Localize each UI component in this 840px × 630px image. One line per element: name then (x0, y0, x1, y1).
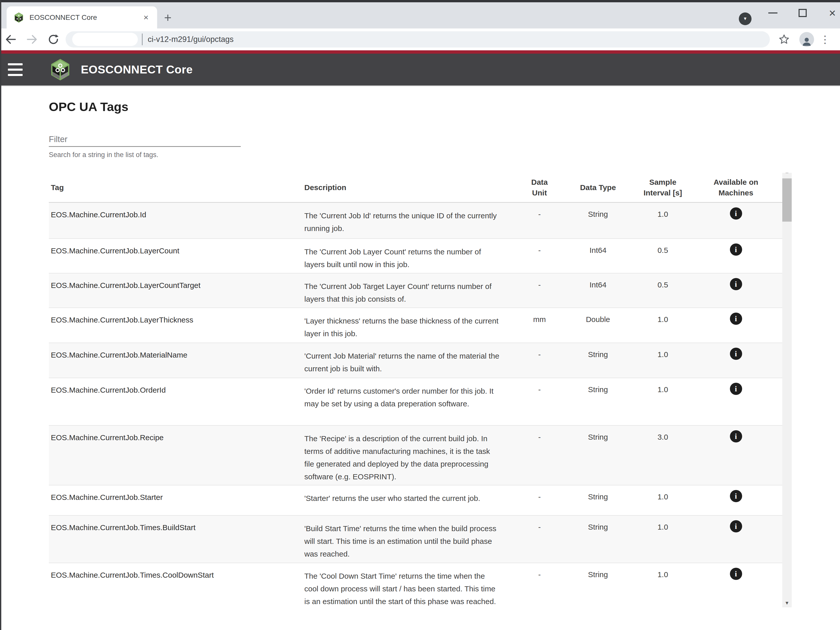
data-type-cell: String (560, 343, 636, 378)
sample-interval-cell: 1.0 (636, 343, 690, 378)
data-type-cell: Double (560, 308, 636, 343)
back-button[interactable] (0, 30, 21, 48)
bookmark-star-button[interactable] (774, 30, 795, 48)
filter-input[interactable] (49, 132, 241, 147)
available-on-machines-cell: i (690, 516, 782, 563)
hamburger-menu-button[interactable] (0, 54, 30, 85)
window-left-border (0, 0, 1, 630)
window-close-button[interactable]: × (821, 6, 840, 20)
tab-search-icon[interactable]: ▼ (739, 13, 752, 25)
tab-strip: EOSCONNECT Core × + ▼ × (0, 2, 840, 28)
profile-avatar[interactable] (799, 32, 814, 47)
opc-tags-table: TagDescriptionData UnitData TypeSample I… (49, 173, 792, 614)
window-top-edge (0, 0, 840, 2)
info-icon[interactable]: i (730, 348, 742, 360)
forward-button[interactable] (21, 30, 43, 48)
tag-cell: EOS.Machine.CurrentJob.Times.BuildStart (49, 516, 304, 563)
url-text: ci-v12-m291/gui/opctags (148, 35, 234, 44)
data-unit-cell: - (519, 563, 560, 613)
info-icon[interactable]: i (730, 520, 742, 532)
table-row: EOS.Machine.CurrentJob.Times.BuildStart'… (49, 515, 792, 563)
table-row: EOS.Machine.CurrentJob.LayerCountTargetT… (49, 273, 792, 307)
tag-cell: EOS.Machine.CurrentJob.Starter (49, 485, 304, 515)
data-type-cell: String (560, 203, 636, 238)
eos-favicon-icon (14, 12, 24, 23)
accent-red-line (0, 50, 840, 54)
description-cell: The 'Current Job Layer Count' returns th… (304, 239, 519, 273)
filter-group: Search for a string in the list of tags. (49, 132, 241, 159)
column-header-available: Available on Machines (690, 177, 782, 198)
star-icon (778, 34, 789, 45)
info-icon[interactable]: i (730, 313, 742, 325)
toolbar-right: ⋮ (774, 30, 831, 48)
data-unit-cell: - (519, 378, 560, 425)
available-on-machines-cell: i (690, 563, 782, 613)
data-type-cell: Int64 (560, 239, 636, 273)
sample-interval-cell: 0.5 (636, 239, 690, 273)
person-icon (801, 36, 812, 47)
scrollbar-thumb[interactable] (782, 178, 792, 222)
new-tab-button[interactable]: + (159, 9, 176, 26)
page-title: OPC UA Tags (49, 99, 128, 114)
tag-cell: EOS.Machine.CurrentJob.Recipe (49, 426, 304, 485)
column-header-description: Description (304, 182, 519, 193)
info-icon[interactable]: i (730, 383, 742, 395)
url-redaction-blur (72, 33, 138, 46)
data-unit-cell: - (519, 516, 560, 563)
filter-hint: Search for a string in the list of tags. (49, 151, 241, 159)
page-content: OPC UA Tags Search for a string in the l… (0, 87, 840, 630)
description-cell: 'Starter' returns the user who started t… (304, 485, 519, 515)
description-cell: 'Current Job Material' returns the name … (304, 343, 519, 378)
info-icon[interactable]: i (730, 430, 742, 443)
tag-cell: EOS.Machine.CurrentJob.LayerCountTarget (49, 274, 304, 307)
eos-logo-icon (50, 58, 71, 82)
maximize-icon (799, 9, 807, 17)
available-on-machines-cell: i (690, 239, 782, 273)
data-unit-cell: - (519, 239, 560, 273)
close-icon: × (829, 7, 836, 19)
sample-interval-cell: 1.0 (636, 516, 690, 563)
table-body: EOS.Machine.CurrentJob.IdThe 'Current Jo… (49, 203, 792, 613)
tag-cell: EOS.Machine.CurrentJob.Times.CoolDownSta… (49, 563, 304, 613)
tag-cell: EOS.Machine.CurrentJob.MaterialName (49, 343, 304, 378)
data-unit-cell: - (519, 426, 560, 485)
data-unit-cell: - (519, 203, 560, 238)
available-on-machines-cell: i (690, 203, 782, 238)
minimize-icon (768, 13, 777, 13)
info-icon[interactable]: i (730, 278, 742, 290)
sample-interval-cell: 3.0 (636, 426, 690, 485)
reload-button[interactable] (43, 30, 64, 48)
tag-cell: EOS.Machine.CurrentJob.LayerThickness (49, 308, 304, 343)
tab-close-icon[interactable]: × (142, 13, 150, 22)
description-cell: The 'Current Job Target Layer Count' ret… (304, 274, 519, 307)
window-minimize-button[interactable] (761, 6, 785, 20)
reload-icon (47, 33, 59, 45)
table-row: EOS.Machine.CurrentJob.LayerCountThe 'Cu… (49, 238, 792, 273)
scroll-up-icon[interactable]: ▲ (782, 173, 792, 174)
data-type-cell: String (560, 485, 636, 515)
description-cell: The 'Cool Down Start Time' returns the t… (304, 563, 519, 613)
window-maximize-button[interactable] (791, 6, 814, 20)
tag-cell: EOS.Machine.CurrentJob.OrderId (49, 378, 304, 425)
available-on-machines-cell: i (690, 343, 782, 378)
vertical-scrollbar[interactable]: ▲ ▼ (782, 173, 792, 607)
sample-interval-cell: 1.0 (636, 563, 690, 613)
table-row: EOS.Machine.CurrentJob.RecipeThe 'Recipe… (49, 425, 792, 485)
data-type-cell: Int64 (560, 274, 636, 307)
app-header: EOSCONNECT Core (0, 54, 840, 86)
browser-toolbar: ci-v12-m291/gui/opctags ⋮ (0, 28, 840, 50)
table-row: EOS.Machine.CurrentJob.MaterialName'Curr… (49, 343, 792, 378)
available-on-machines-cell: i (690, 426, 782, 485)
url-bar[interactable]: ci-v12-m291/gui/opctags (66, 31, 770, 47)
info-icon[interactable]: i (730, 490, 742, 502)
info-icon[interactable]: i (730, 568, 742, 580)
scroll-down-icon[interactable]: ▼ (782, 600, 792, 606)
browser-menu-button[interactable]: ⋮ (819, 36, 831, 42)
sample-interval-cell: 1.0 (636, 485, 690, 515)
info-icon[interactable]: i (730, 244, 742, 256)
sample-interval-cell: 1.0 (636, 203, 690, 238)
sample-interval-cell: 0.5 (636, 274, 690, 307)
browser-tab[interactable]: EOSCONNECT Core × (6, 6, 157, 28)
info-icon[interactable]: i (730, 207, 742, 220)
table-row: EOS.Machine.CurrentJob.LayerThickness'La… (49, 307, 792, 343)
